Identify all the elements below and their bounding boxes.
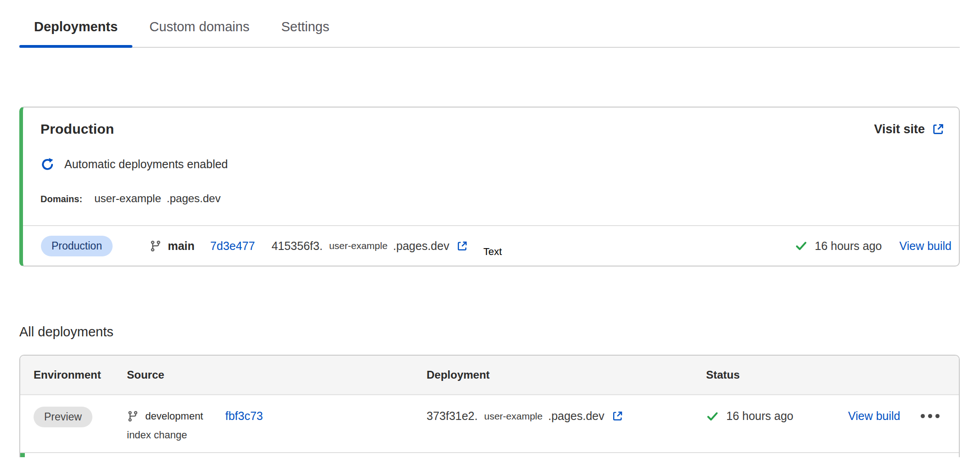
deployment-suffix: .pages.dev <box>548 409 604 423</box>
external-link-icon <box>611 410 624 422</box>
deployment-suffix: .pages.dev <box>393 239 449 253</box>
production-title: Production <box>40 121 114 137</box>
tab-custom-domains[interactable]: Custom domains <box>135 12 264 47</box>
deploy-time: 16 hours ago <box>815 239 882 253</box>
deployment-id: 415356f3. <box>272 239 323 253</box>
status-group: 16 hours ago <box>795 239 882 253</box>
production-card-header: Production Visit site <box>23 108 959 137</box>
deployment-domain: user-example <box>329 240 387 251</box>
branch-name: main <box>168 239 194 253</box>
production-deployment-info: Production main 7d3e477 415356f3. user-e… <box>41 236 502 256</box>
pages-project-panel: Deployments Custom domains Settings Prod… <box>19 0 960 457</box>
next-row-partial <box>20 453 959 457</box>
production-deployment-row: Production main 7d3e477 415356f3. user-e… <box>23 226 959 266</box>
environment-badge: Preview <box>34 407 92 427</box>
check-icon <box>795 239 808 252</box>
view-build-link[interactable]: View build <box>848 409 900 423</box>
column-header-source: Source <box>127 369 427 381</box>
status-cell: 16 hours ago <box>706 407 848 441</box>
git-branch-icon <box>127 410 139 422</box>
overflow-menu-icon[interactable] <box>921 414 940 418</box>
source-cell: development fbf3c73 index change <box>127 407 427 441</box>
domains-row: Domains: user-example .pages.dev <box>23 171 959 205</box>
auto-deploy-row: Automatic deployments enabled <box>23 137 959 171</box>
production-deployment-status: 16 hours ago View build <box>795 239 952 253</box>
commit-message: index change <box>127 429 187 441</box>
external-link-icon <box>456 240 468 252</box>
status-group: 16 hours ago <box>706 409 793 423</box>
domain-name: user-example <box>94 192 161 205</box>
view-build-link[interactable]: View build <box>899 239 952 253</box>
deployment-url-link[interactable]: 373f31e2. user-example .pages.dev <box>427 409 624 423</box>
visit-site-label: Visit site <box>874 122 925 136</box>
column-header-deployment: Deployment <box>427 369 706 381</box>
git-branch-icon <box>149 240 162 252</box>
visit-site-link[interactable]: Visit site <box>874 122 945 136</box>
column-header-status: Status <box>706 369 848 381</box>
tooltip-text: Text <box>483 246 501 258</box>
domains-label: Domains: <box>40 194 82 204</box>
actions-cell: View build <box>848 407 959 441</box>
tab-deployments[interactable]: Deployments <box>19 12 132 47</box>
environment-badge: Production <box>41 236 113 256</box>
table-row: Preview development fbf3c73 index change… <box>20 395 959 453</box>
all-deployments-title: All deployments <box>19 324 960 340</box>
branch-name: development <box>145 410 203 422</box>
deployment-cell: 373f31e2. user-example .pages.dev <box>427 407 706 441</box>
table-header-row: Environment Source Deployment Status <box>20 356 959 395</box>
deploy-time: 16 hours ago <box>726 409 793 423</box>
refresh-icon <box>40 157 54 171</box>
commit-link[interactable]: 7d3e477 <box>210 239 255 253</box>
external-link-icon <box>931 122 945 136</box>
environment-cell: Preview <box>34 407 127 441</box>
auto-deploy-text: Automatic deployments enabled <box>64 158 228 171</box>
domain-suffix: .pages.dev <box>167 192 221 205</box>
branch-group: main <box>149 239 194 253</box>
deployment-url-link[interactable]: 415356f3. user-example .pages.dev <box>272 239 469 253</box>
column-header-environment: Environment <box>34 369 127 381</box>
deployment-id: 373f31e2. <box>427 409 478 423</box>
tab-settings[interactable]: Settings <box>267 12 344 47</box>
commit-link[interactable]: fbf3c73 <box>225 409 263 423</box>
check-icon <box>706 410 719 423</box>
deployments-table: Environment Source Deployment Status Pre… <box>19 355 960 457</box>
tab-bar: Deployments Custom domains Settings <box>19 0 960 48</box>
production-card: Production Visit site Automa <box>19 107 960 267</box>
deployment-domain: user-example <box>484 411 542 422</box>
